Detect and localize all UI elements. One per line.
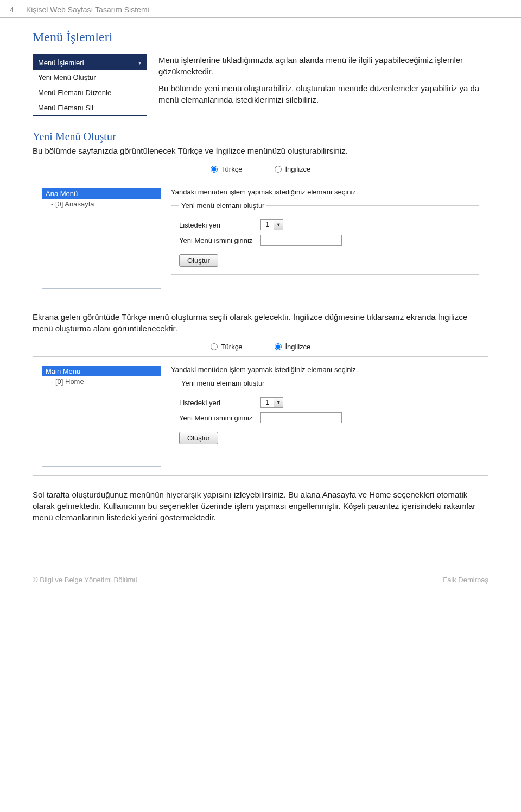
position-select-value-en: 1: [261, 398, 274, 407]
tree-item-anasayfa[interactable]: - [0] Anasayfa: [42, 199, 161, 209]
create-button-tr[interactable]: Oluştur: [179, 254, 218, 267]
menu-item-delete-element[interactable]: Menü Elemanı Sil: [33, 100, 147, 115]
menu-name-input-tr[interactable]: [260, 235, 342, 246]
position-label-tr: Listedeki yeri: [179, 221, 255, 229]
radio-option-en-2[interactable]: İngilizce: [275, 343, 310, 351]
chevron-down-icon: ▼: [274, 398, 283, 407]
radio-option-tr-2[interactable]: Türkçe: [211, 343, 243, 351]
page-footer: © Bilgi ve Belge Yönetimi Bölümü Faik De…: [0, 572, 521, 591]
radio-option-en[interactable]: İngilizce: [275, 165, 310, 173]
radio-tr-input-2[interactable]: [211, 343, 218, 350]
radio-en-label: İngilizce: [285, 165, 310, 173]
section-title: Menü İşlemleri: [33, 30, 488, 45]
menu-panel-header[interactable]: Menü İşlemleri ▾: [33, 55, 147, 70]
radio-tr-label: Türkçe: [221, 165, 243, 173]
create-fieldset-en: Yeni menü elemanı oluştur Listedeki yeri…: [171, 379, 479, 452]
tree-header-en[interactable]: Main Menu: [42, 366, 161, 376]
menu-item-edit-element[interactable]: Menü Elemanı Düzenle: [33, 85, 147, 100]
tree-header-tr[interactable]: Ana Menü: [42, 188, 161, 199]
paragraph-after-panel2: Sol tarafta oluşturduğunuz menünün hiyer…: [33, 489, 488, 523]
menu-tree-tr: Ana Menü - [0] Anasayfa: [42, 188, 161, 289]
position-select-value-tr: 1: [261, 220, 274, 230]
menu-tree-en: Main Menu - [0] Home: [42, 366, 161, 467]
create-legend-en: Yeni menü elemanı oluştur: [179, 379, 266, 387]
create-fieldset-tr: Yeni menü elemanı oluştur Listedeki yeri…: [171, 202, 479, 275]
radio-tr-input[interactable]: [211, 166, 218, 173]
doc-title: Kişisel Web Sayfası Tasarım Sistemi: [26, 5, 149, 14]
instruction-text-tr: Yandaki menüden işlem yapmak istediğiniz…: [171, 188, 479, 196]
intro-paragraph-1: Menü işlemlerine tıkladığımızda açılan a…: [158, 54, 488, 77]
menu-name-label-en: Yeni Menü ismini giriniz: [179, 414, 255, 422]
position-select-tr[interactable]: 1 ▼: [260, 219, 283, 230]
menu-name-input-en[interactable]: [260, 412, 342, 423]
footer-left: © Bilgi ve Belge Yönetimi Bölümü: [33, 576, 138, 584]
create-menu-panel-tr: Ana Menü - [0] Anasayfa Yandaki menüden …: [33, 179, 488, 298]
paragraph-after-panel1: Ekrana gelen görüntüde Türkçe menü oluşt…: [33, 311, 488, 334]
language-radio-group-2: Türkçe İngilizce: [33, 343, 488, 351]
radio-en-label-2: İngilizce: [285, 343, 310, 351]
position-label-en: Listedeki yeri: [179, 399, 255, 407]
create-legend-tr: Yeni menü elemanı oluştur: [179, 202, 266, 210]
radio-tr-label-2: Türkçe: [221, 343, 243, 351]
menu-item-new-menu[interactable]: Yeni Menü Oluştur: [33, 70, 147, 85]
footer-right: Faik Demirbaş: [443, 576, 488, 584]
menu-panel-header-label: Menü İşlemleri: [38, 59, 84, 67]
page-header: 4 Kişisel Web Sayfası Tasarım Sistemi: [0, 0, 521, 18]
tree-item-home[interactable]: - [0] Home: [42, 376, 161, 387]
intro-paragraph-2: Bu bölümde yeni menü oluşturabiliriz, ol…: [158, 83, 488, 105]
subsection-title-new-menu: Yeni Menü Oluştur: [33, 130, 488, 143]
chevron-down-icon: ▼: [274, 220, 283, 230]
page-number: 4: [10, 5, 16, 14]
create-menu-panel-en: Main Menu - [0] Home Yandaki menüden işl…: [33, 356, 488, 476]
language-radio-group-1: Türkçe İngilizce: [33, 165, 488, 173]
radio-en-input[interactable]: [275, 166, 282, 173]
radio-en-input-2[interactable]: [275, 343, 282, 350]
instruction-text-en: Yandaki menüden işlem yapmak istediğiniz…: [171, 366, 479, 374]
position-select-en[interactable]: 1 ▼: [260, 397, 283, 408]
menu-operations-panel: Menü İşlemleri ▾ Yeni Menü Oluştur Menü …: [33, 54, 147, 116]
radio-option-tr[interactable]: Türkçe: [211, 165, 243, 173]
chevron-down-icon: ▾: [138, 60, 141, 66]
menu-name-label-tr: Yeni Menü ismini giriniz: [179, 236, 255, 244]
page-content: Menü İşlemleri Menü İşlemleri ▾ Yeni Men…: [0, 18, 521, 572]
subsection-desc-new-menu: Bu bölümde sayfanızda görüntülenecek Tür…: [33, 145, 488, 156]
create-button-en[interactable]: Oluştur: [179, 432, 218, 444]
